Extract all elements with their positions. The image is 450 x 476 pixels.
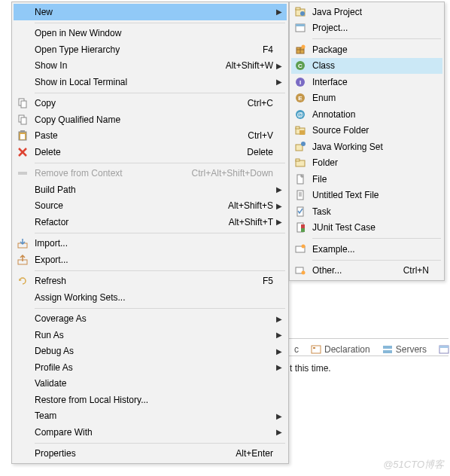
menu-item-import[interactable]: Import...: [14, 236, 287, 252]
menu-item-label: Show In: [30, 60, 218, 71]
menu-item-properties[interactable]: PropertiesAlt+Enter: [14, 446, 287, 462]
blank-icon: [15, 394, 30, 406]
menu-item-label: Restore from Local History...: [30, 395, 273, 405]
tab-servers[interactable]: Servers: [378, 343, 431, 356]
menu-item-restore-from-local-history[interactable]: Restore from Local History...: [14, 392, 287, 408]
menu-item-profile-as[interactable]: Profile As▶: [14, 359, 287, 376]
menu-shortcut: Alt+Shift+T: [221, 217, 273, 227]
menu-item-annotation[interactable]: @Annotation: [291, 106, 442, 123]
folder-icon: [293, 157, 308, 169]
menu-item-run-as[interactable]: Run As▶: [14, 327, 287, 343]
svg-rect-7: [21, 101, 26, 108]
menu-item-coverage-as[interactable]: Coverage As▶: [14, 311, 287, 328]
menu-item-label: Build Path: [30, 185, 273, 195]
menu-item-junit-test-case[interactable]: JUnit Test Case: [291, 220, 442, 236]
submenu-arrow-icon: ▶: [273, 62, 282, 70]
context-menu: New▶Open in New WindowOpen Type Hierarch…: [11, 2, 289, 464]
menu-item-label: Profile As: [30, 362, 273, 373]
menu-item-refactor[interactable]: RefactorAlt+Shift+T▶: [14, 214, 287, 230]
editor-tabs: c Declaration Servers C: [290, 343, 450, 356]
blank-icon: [15, 362, 30, 374]
tab-declaration[interactable]: Declaration: [306, 343, 375, 356]
menu-item-label: Remove from Context: [30, 168, 184, 178]
menu-item-delete[interactable]: DeleteDelete: [14, 144, 287, 160]
submenu-arrow-icon: ▶: [273, 202, 282, 210]
menu-item-export[interactable]: Export...: [14, 252, 287, 268]
tab-fragment[interactable]: c: [290, 343, 303, 356]
menu-item-label: Delete: [30, 147, 239, 157]
menu-shortcut: Alt+Enter: [228, 448, 273, 459]
menu-item-validate[interactable]: Validate: [14, 376, 287, 392]
menu-item-build-path[interactable]: Build Path▶: [14, 182, 287, 198]
menu-item-label: Project...: [308, 23, 429, 33]
menu-item-class[interactable]: CClass: [291, 58, 442, 75]
menu-item-label: Source: [30, 200, 220, 211]
menu-item-untitled-text-file[interactable]: Untitled Text File: [291, 188, 442, 204]
console-icon: [439, 345, 449, 354]
menu-item-other[interactable]: Other...Ctrl+N: [291, 263, 442, 279]
menu-item-task[interactable]: Task: [291, 203, 442, 220]
menu-item-debug-as[interactable]: Debug As▶: [14, 343, 287, 360]
menu-shortcut: Alt+Shift+W: [218, 60, 273, 71]
copy-icon: [15, 114, 30, 126]
menu-item-java-working-set[interactable]: Java Working Set: [291, 139, 442, 155]
menu-item-label: Compare With: [30, 427, 273, 438]
menu-item-assign-working-sets[interactable]: Assign Working Sets...: [14, 289, 287, 306]
export-icon: [15, 254, 30, 266]
menu-item-open-in-new-window[interactable]: Open in New Window: [14, 26, 287, 42]
submenu-arrow-icon: ▶: [273, 185, 282, 194]
blank-icon: [15, 76, 30, 88]
menu-item-open-type-hierarchy[interactable]: Open Type HierarchyF4: [14, 41, 287, 58]
svg-rect-0: [312, 346, 321, 353]
menu-item-label: Example...: [308, 244, 429, 255]
menu-separator: [35, 93, 285, 93]
menu-item-show-in[interactable]: Show InAlt+Shift+W▶: [14, 58, 287, 75]
menu-item-project[interactable]: Project...: [291, 20, 442, 37]
menu-item-source[interactable]: SourceAlt+Shift+S▶: [14, 198, 287, 215]
svg-point-52: [302, 244, 306, 248]
menu-item-enum[interactable]: EEnum: [291, 90, 442, 107]
tab-console-fragment[interactable]: C: [434, 343, 450, 356]
blank-icon: [15, 313, 30, 325]
svg-point-20: [300, 11, 305, 16]
menu-item-copy-qualified-name[interactable]: Copy Qualified Name: [14, 111, 287, 128]
project-icon: [293, 22, 308, 34]
menu-item-paste[interactable]: PasteCtrl+V: [14, 128, 287, 145]
text-file-icon: [293, 189, 308, 201]
junit-icon: [293, 221, 308, 233]
submenu-new: Java ProjectProject...PackageCClassIInte…: [289, 2, 445, 281]
menu-item-show-in-local-terminal[interactable]: Show in Local Terminal▶: [14, 74, 287, 90]
menu-item-example[interactable]: Example...: [291, 241, 442, 258]
menu-item-label: Team: [30, 410, 273, 421]
menu-item-copy[interactable]: CopyCtrl+C: [14, 96, 287, 112]
submenu-arrow-icon: ▶: [273, 428, 282, 436]
menu-item-interface[interactable]: IInterface: [291, 74, 442, 90]
background-text: t this time.: [290, 363, 331, 374]
submenu-arrow-icon: ▶: [273, 331, 282, 339]
svg-text:I: I: [299, 79, 301, 86]
menu-item-refresh[interactable]: RefreshF5: [14, 273, 287, 290]
menu-item-label: Interface: [308, 77, 429, 87]
menu-item-team[interactable]: Team▶: [14, 408, 287, 425]
menu-item-label: Other...: [308, 265, 396, 276]
menu-item-folder[interactable]: Folder: [291, 155, 442, 172]
menu-item-label: Import...: [30, 238, 273, 249]
servers-icon: [382, 345, 393, 354]
menu-item-file[interactable]: File: [291, 171, 442, 188]
svg-rect-1: [313, 347, 315, 349]
menu-item-source-folder[interactable]: Source Folder: [291, 123, 442, 139]
svg-rect-5: [439, 346, 448, 348]
tab-label: Servers: [396, 344, 427, 355]
annotation-icon: @: [293, 108, 308, 121]
menu-item-compare-with[interactable]: Compare With▶: [14, 424, 287, 441]
menu-item-label: Task: [308, 206, 429, 217]
svg-rect-43: [297, 191, 303, 200]
interface-icon: I: [293, 76, 308, 88]
menu-separator: [312, 260, 441, 261]
menu-item-java-project[interactable]: Java Project: [291, 4, 442, 20]
menu-item-new[interactable]: New▶: [14, 4, 287, 20]
submenu-arrow-icon: ▶: [273, 218, 282, 226]
menu-item-label: Refactor: [30, 217, 221, 227]
submenu-arrow-icon: ▶: [273, 363, 282, 371]
menu-item-package[interactable]: Package: [291, 41, 442, 58]
